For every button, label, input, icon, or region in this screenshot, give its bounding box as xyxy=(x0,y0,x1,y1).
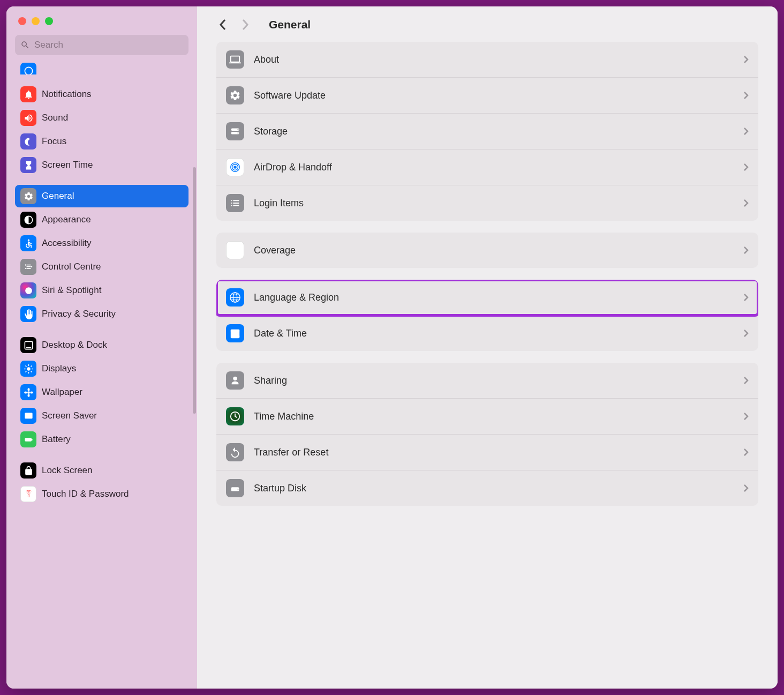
vpn-icon xyxy=(20,63,36,74)
chevron-right-icon xyxy=(743,55,749,64)
settings-row-transfer-or-reset[interactable]: Transfer or Reset xyxy=(216,435,758,470)
row-label: About xyxy=(254,54,734,65)
settings-panel: AboutSoftware UpdateStorageAirDrop & Han… xyxy=(216,42,758,221)
sidebar-item-sound[interactable]: Sound xyxy=(15,107,189,129)
sidebar-item-label: Appearance xyxy=(42,214,91,225)
row-label: Software Update xyxy=(254,90,734,101)
settings-window: NotificationsSoundFocusScreen TimeGenera… xyxy=(6,6,778,689)
sidebar-item-label: Sound xyxy=(42,113,68,123)
sidebar-item-displays[interactable]: Displays xyxy=(15,357,189,380)
dock-icon xyxy=(20,337,36,353)
row-label: Startup Disk xyxy=(254,483,734,494)
lock-icon xyxy=(20,462,36,479)
sidebar-list[interactable]: NotificationsSoundFocusScreen TimeGenera… xyxy=(6,59,197,689)
sidebar-item-vpn[interactable] xyxy=(15,59,189,74)
row-label: Coverage xyxy=(254,245,734,256)
clock-icon xyxy=(226,407,244,425)
sidebar-item-label: Desktop & Dock xyxy=(42,340,107,350)
content-header: General xyxy=(197,6,778,42)
settings-panel: Coverage xyxy=(216,233,758,268)
chevron-right-icon xyxy=(743,293,749,302)
sidebar-item-screen-time[interactable]: Screen Time xyxy=(15,154,189,176)
sidebar-item-screen-saver[interactable]: Screen Saver xyxy=(15,405,189,427)
moon-icon xyxy=(20,133,36,150)
sidebar-item-battery[interactable]: Battery xyxy=(15,428,189,451)
sidebar-item-control-centre[interactable]: Control Centre xyxy=(15,256,189,278)
settings-row-coverage[interactable]: Coverage xyxy=(216,233,758,268)
settings-panel: Language & RegionDate & Time xyxy=(216,280,758,351)
content-area: General AboutSoftware UpdateStorageAirDr… xyxy=(197,6,778,689)
back-button[interactable] xyxy=(216,18,229,31)
settings-row-storage[interactable]: Storage xyxy=(216,114,758,150)
appearance-icon xyxy=(20,212,36,228)
settings-row-date-time[interactable]: Date & Time xyxy=(216,316,758,351)
sidebar-item-touch-id-password[interactable]: Touch ID & Password xyxy=(15,483,189,505)
chevron-right-icon xyxy=(743,199,749,207)
settings-row-sharing[interactable]: Sharing xyxy=(216,363,758,399)
sidebar-item-label: Notifications xyxy=(42,89,92,100)
hand-icon xyxy=(20,306,36,322)
apple-icon xyxy=(226,241,244,259)
battery-icon xyxy=(20,431,36,447)
accessibility-icon xyxy=(20,235,36,251)
settings-row-time-machine[interactable]: Time Machine xyxy=(216,399,758,435)
search-input[interactable] xyxy=(34,40,183,50)
sidebar-item-label: Screen Time xyxy=(42,160,93,170)
settings-row-about[interactable]: About xyxy=(216,42,758,78)
sidebar-item-siri-spotlight[interactable]: Siri & Spotlight xyxy=(15,279,189,302)
scrollbar-thumb[interactable] xyxy=(193,167,196,414)
sidebar-item-label: Battery xyxy=(42,434,71,445)
sidebar-item-lock-screen[interactable]: Lock Screen xyxy=(15,459,189,482)
settings-row-airdrop-handoff[interactable]: AirDrop & Handoff xyxy=(216,150,758,185)
window-controls xyxy=(6,17,197,35)
sidebar-item-label: Focus xyxy=(42,136,66,147)
sidebar-item-label: Lock Screen xyxy=(42,465,93,476)
disk-icon xyxy=(226,122,244,140)
sidebar-item-label: Accessibility xyxy=(42,238,92,249)
list-icon xyxy=(226,194,244,212)
chevron-right-icon xyxy=(743,163,749,171)
sidebar-item-label: Privacy & Security xyxy=(42,309,116,319)
airdrop-icon xyxy=(226,158,244,176)
maximize-window-button[interactable] xyxy=(45,17,53,25)
content-body[interactable]: AboutSoftware UpdateStorageAirDrop & Han… xyxy=(197,42,778,689)
row-label: Language & Region xyxy=(254,292,734,303)
speaker-icon xyxy=(20,110,36,126)
sidebar-item-label: Screen Saver xyxy=(42,410,97,421)
sidebar-item-label: Touch ID & Password xyxy=(42,489,129,499)
search-container xyxy=(6,35,197,59)
sidebar-item-desktop-dock[interactable]: Desktop & Dock xyxy=(15,334,189,356)
settings-row-software-update[interactable]: Software Update xyxy=(216,78,758,114)
settings-row-language-region[interactable]: Language & Region xyxy=(216,280,758,316)
sidebar-item-privacy-security[interactable]: Privacy & Security xyxy=(15,303,189,325)
sidebar-item-label: Siri & Spotlight xyxy=(42,285,102,296)
settings-row-login-items[interactable]: Login Items xyxy=(216,185,758,221)
sidebar-item-wallpaper[interactable]: Wallpaper xyxy=(15,381,189,403)
reset-icon xyxy=(226,443,244,461)
minimize-window-button[interactable] xyxy=(32,17,40,25)
sidebar-item-notifications[interactable]: Notifications xyxy=(15,83,189,106)
flower-icon xyxy=(20,384,36,400)
sidebar-item-general[interactable]: General xyxy=(15,185,189,207)
globe-icon xyxy=(226,288,244,307)
sidebar-item-label: Wallpaper xyxy=(42,387,82,398)
hourglass-icon xyxy=(20,157,36,173)
sidebar-item-label: General xyxy=(42,191,74,201)
sidebar-item-appearance[interactable]: Appearance xyxy=(15,208,189,231)
search-box[interactable] xyxy=(15,35,189,55)
forward-button xyxy=(239,18,252,31)
drive-icon xyxy=(226,479,244,497)
settings-panel: SharingTime MachineTransfer or ResetStar… xyxy=(216,363,758,506)
screensaver-icon xyxy=(20,408,36,424)
sidebar-item-accessibility[interactable]: Accessibility xyxy=(15,232,189,255)
chevron-right-icon xyxy=(743,448,749,457)
fingerprint-icon xyxy=(20,486,36,502)
close-window-button[interactable] xyxy=(18,17,26,25)
row-label: Transfer or Reset xyxy=(254,447,734,458)
siri-icon xyxy=(20,282,36,298)
row-label: Storage xyxy=(254,126,734,137)
page-title: General xyxy=(269,18,311,31)
settings-row-startup-disk[interactable]: Startup Disk xyxy=(216,470,758,506)
sidebar-item-focus[interactable]: Focus xyxy=(15,130,189,153)
sidebar: NotificationsSoundFocusScreen TimeGenera… xyxy=(6,6,197,689)
